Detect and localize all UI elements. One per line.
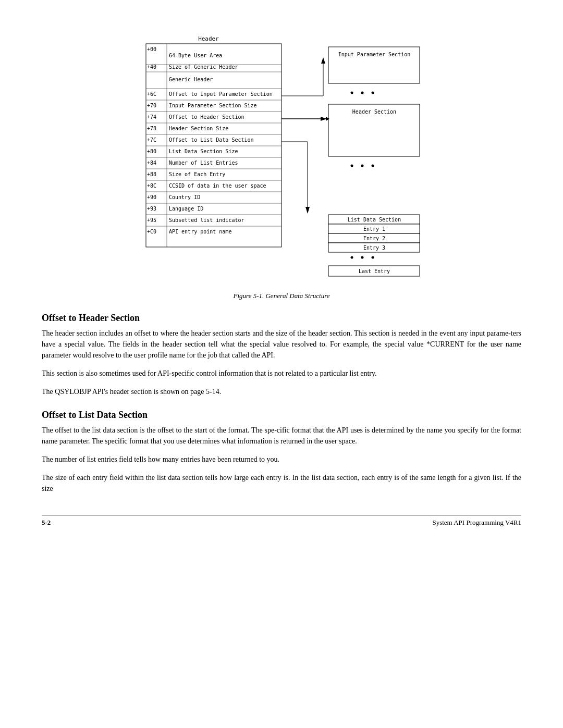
offset-84: +84 [147, 160, 156, 166]
desc-88: Size of Each Entry [169, 171, 225, 177]
offset-6c: +6C [147, 91, 156, 97]
para-header-2: This section is also sometimes used for … [42, 368, 521, 379]
offset-40: +40 [147, 64, 156, 70]
desc-00: 64-Byte User Area [169, 53, 222, 58]
dot-ip-3 [372, 92, 374, 94]
diagram-svg: Header +00 64-Byte User Area +40 Size of… [115, 31, 448, 287]
desc-6c: Offset to Input Parameter Section [169, 91, 273, 97]
footer-page-num: 5-2 [42, 519, 51, 527]
dot-hs-3 [372, 165, 374, 167]
dot-ip-1 [351, 92, 353, 94]
entry2-label: Entry 2 [363, 236, 385, 241]
desc-generic: Generic Header [169, 77, 213, 82]
desc-90: Country ID [169, 194, 200, 200]
offset-8c: +8C [147, 183, 156, 189]
offset-88: +88 [147, 171, 156, 177]
header-label: Header [198, 35, 219, 42]
para-list-2: The number of list entries field tells h… [42, 454, 521, 465]
para-header-1: The header section includes an offset to… [42, 328, 521, 361]
offset-74: +74 [147, 114, 156, 120]
offset-78: +78 [147, 126, 156, 131]
offset-00: +00 [147, 46, 156, 52]
desc-93: Language ID [169, 206, 203, 212]
dot-e-3 [372, 256, 374, 259]
entry1-label: Entry 1 [363, 226, 385, 232]
dot-e-1 [351, 256, 353, 259]
dot-hs-1 [351, 165, 353, 167]
page-content: Header +00 64-Byte User Area +40 Size of… [42, 31, 521, 527]
heading-offset-list: Offset to List Data Section [42, 410, 521, 421]
offset-93: +93 [147, 206, 156, 212]
desc-74: Offset to Header Section [169, 114, 244, 120]
dot-ip-2 [361, 92, 364, 94]
desc-40: Size of Generic Header [169, 64, 238, 70]
desc-70: Input Parameter Section Size [169, 103, 257, 108]
arrow-head-6c [321, 57, 325, 64]
page-footer: 5-2 System API Programming V4R1 [42, 515, 521, 527]
desc-8c: CCSID of data in the user space [169, 183, 266, 189]
entry3-label: Entry 3 [363, 245, 385, 251]
diagram-svg-wrapper: Header +00 64-Byte User Area +40 Size of… [115, 31, 448, 287]
desc-80: List Data Section Size [169, 149, 238, 154]
offset-80: +80 [147, 149, 156, 154]
desc-7c: Offset to List Data Section [169, 137, 254, 143]
left-box-rect [146, 44, 282, 247]
last-entry-label: Last Entry [359, 268, 390, 274]
input-param-label-1: Input Parameter Section [338, 52, 410, 57]
header-sec-label: Header Section [352, 109, 396, 115]
desc-95: Subsetted list indicator [169, 217, 244, 223]
para-list-3: The size of each entry field within the … [42, 472, 521, 494]
list-data-label: List Data Section [348, 217, 401, 223]
offset-c0: +C0 [147, 229, 156, 235]
offset-90: +90 [147, 194, 156, 200]
desc-c0: API entry point name [169, 229, 231, 235]
para-header-3: The QSYLOBJP API's header section is sho… [42, 386, 521, 397]
dot-hs-2 [361, 165, 364, 167]
arrow-head-7c [305, 207, 310, 214]
offset-70: +70 [147, 103, 156, 108]
heading-offset-header: Offset to Header Section [42, 313, 521, 324]
dot-e-2 [361, 256, 364, 259]
figure-caption: Figure 5-1. General Data Structure [42, 292, 521, 300]
offset-95: +95 [147, 217, 156, 223]
desc-78: Header Section Size [169, 126, 228, 131]
footer-book-title: System API Programming V4R1 [432, 519, 521, 527]
diagram-container: Header +00 64-Byte User Area +40 Size of… [42, 31, 521, 287]
desc-84: Number of List Entries [169, 160, 238, 166]
offset-7c: +7C [147, 137, 156, 143]
para-list-1: The offset to the list data section is t… [42, 425, 521, 447]
